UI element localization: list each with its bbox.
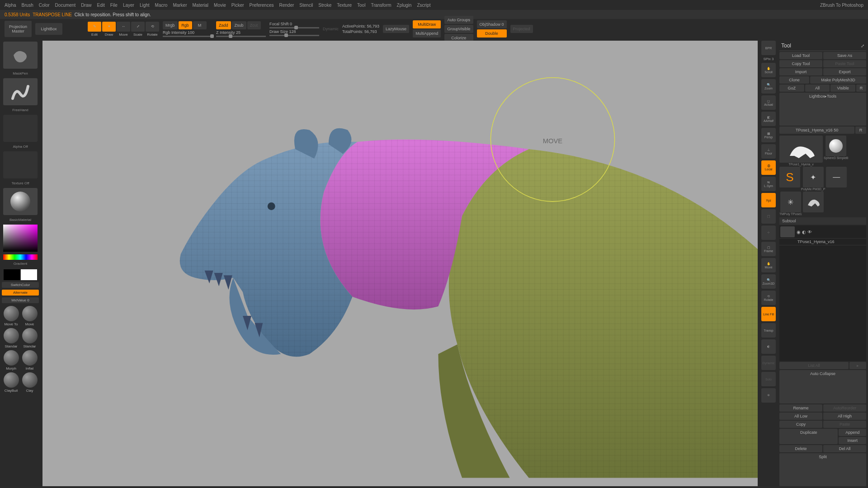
solo-button[interactable]: Solo xyxy=(761,372,776,386)
draw-size-slider[interactable] xyxy=(269,35,319,36)
lazymouse-button[interactable]: LazyMouse xyxy=(383,25,409,33)
paste-subtool-button[interactable]: Paste xyxy=(823,421,866,428)
copy-tool-button[interactable]: Copy Tool xyxy=(779,60,822,67)
goz-r-button[interactable]: R xyxy=(856,84,866,92)
alternate-button[interactable]: Alternate xyxy=(2,290,39,296)
texture-preview[interactable] xyxy=(3,151,38,178)
tool-thumb-tpose1[interactable] xyxy=(803,192,824,212)
mrgb-button[interactable]: Mrgb xyxy=(163,21,178,29)
ghost-icon[interactable]: ◐ xyxy=(761,339,776,354)
lightbox-button[interactable]: LightBox xyxy=(35,23,62,35)
edit-button[interactable]: ✎ xyxy=(88,22,101,32)
persp-button[interactable]: ▦Persp xyxy=(761,128,776,142)
brush-clay[interactable] xyxy=(22,372,38,388)
menu-preferences[interactable]: Preferences xyxy=(250,3,274,8)
rotate-button[interactable]: ⟲ xyxy=(146,22,159,32)
multidraw-button[interactable]: MultiDraw xyxy=(413,20,441,28)
xpose-icon[interactable]: ⁜ xyxy=(761,388,776,403)
goz-all-button[interactable]: All xyxy=(805,84,830,92)
listall-arrow[interactable]: ▸ xyxy=(849,362,866,369)
menu-document[interactable]: Document xyxy=(55,3,76,8)
frame-button[interactable]: ▢Frame xyxy=(761,242,776,256)
menu-file[interactable]: File xyxy=(110,3,118,8)
zadd-button[interactable]: Zadd xyxy=(216,21,231,29)
menu-light[interactable]: Light xyxy=(140,3,150,8)
material-preview[interactable] xyxy=(3,188,38,215)
color-picker[interactable] xyxy=(3,225,38,252)
allhigh-button[interactable]: All High xyxy=(823,413,866,420)
floor-button[interactable]: ⊥Floor xyxy=(761,144,776,159)
split-button[interactable]: Split xyxy=(779,453,866,486)
menu-draw[interactable]: Draw xyxy=(81,3,91,8)
scale-button[interactable]: ⤢ xyxy=(131,22,145,32)
menu-stroke[interactable]: Stroke xyxy=(318,3,331,8)
zcut-button[interactable]: Zcut xyxy=(247,21,261,29)
multiappend-button[interactable]: MultiAppend xyxy=(413,29,441,38)
zsub-button[interactable]: Zsub xyxy=(232,21,246,29)
make-polymesh-button[interactable]: Make PolyMesh3D xyxy=(810,76,866,84)
tool-thumb-simplebrush[interactable]: S xyxy=(779,167,800,188)
draw-button[interactable]: ✦ xyxy=(102,22,116,32)
delete-button[interactable]: Delete xyxy=(779,445,822,452)
menu-render[interactable]: Render xyxy=(279,3,294,8)
paste-tool-button[interactable]: Paste Tool xyxy=(823,60,866,67)
brush-standard2[interactable] xyxy=(22,328,38,343)
brush-inflat[interactable] xyxy=(22,350,38,366)
polyf-icon[interactable]: ⬚ xyxy=(761,209,776,224)
menu-layer[interactable]: Layer xyxy=(123,3,134,8)
actual-button[interactable]: ◻Actual xyxy=(761,95,776,110)
tool-thumb-pm3d[interactable]: — xyxy=(826,167,847,188)
brush-morph[interactable] xyxy=(4,350,19,366)
viewport-canvas[interactable]: MOVE xyxy=(42,41,758,486)
duplicate-button[interactable]: Duplicate xyxy=(779,429,838,444)
double-button[interactable]: Double xyxy=(477,29,507,38)
insert-button[interactable]: Insert xyxy=(839,437,866,444)
brush-move-to[interactable] xyxy=(4,306,19,321)
local-button[interactable]: ⦿Local xyxy=(761,160,776,175)
projected-button[interactable]: Projected xyxy=(510,25,533,33)
append-button[interactable]: Append xyxy=(839,429,866,436)
tool-thumb-sphere[interactable] xyxy=(826,136,846,156)
bpr-button[interactable]: BPR xyxy=(761,41,776,55)
brush-preview-maskpen[interactable] xyxy=(3,42,38,69)
undock-icon[interactable]: ⤢ xyxy=(861,43,864,48)
menu-picker[interactable]: Picker xyxy=(231,3,244,8)
goz-visible-button[interactable]: Visible xyxy=(830,84,855,92)
menu-color[interactable]: Color xyxy=(39,3,50,8)
menu-brush[interactable]: Brush xyxy=(22,3,33,8)
menu-material[interactable]: Material xyxy=(193,3,209,8)
move-button[interactable]: ↔ xyxy=(117,22,130,32)
rgb-intensity-slider[interactable] xyxy=(163,36,212,37)
brush-claybuil[interactable] xyxy=(4,372,19,388)
switchcolor-button[interactable]: SwitchColor xyxy=(2,282,39,288)
clone-button[interactable]: Clone xyxy=(779,76,809,84)
rgb-button[interactable]: Rgb xyxy=(179,21,192,29)
gradient-label[interactable]: Gradient xyxy=(2,262,39,266)
pointf-icon[interactable]: ⁘ xyxy=(761,225,776,240)
lsym-button[interactable]: ⇋L.Sym xyxy=(761,177,776,191)
goz-button[interactable]: GoZ xyxy=(779,84,804,92)
alllow-button[interactable]: All Low xyxy=(779,413,822,420)
rename-button[interactable]: Rename xyxy=(779,404,822,412)
menu-marker[interactable]: Marker xyxy=(173,3,187,8)
save-as-button[interactable]: Save As xyxy=(823,52,866,59)
tool-thumb-active[interactable] xyxy=(779,136,823,163)
m-button[interactable]: M xyxy=(193,21,207,29)
brush-standard1[interactable] xyxy=(4,328,19,343)
dynamic-button[interactable]: Dynamic xyxy=(761,356,776,370)
menu-transform[interactable]: Transform xyxy=(371,3,391,8)
lightbox-tools-button[interactable]: Lightbox▸Tools xyxy=(779,93,866,126)
stroke-preview-freehand[interactable] xyxy=(3,78,38,105)
listall-button[interactable]: List All xyxy=(779,362,849,369)
menu-stencil[interactable]: Stencil xyxy=(299,3,313,8)
zoom3d-button[interactable]: 🔍Zoom3D xyxy=(761,274,776,289)
groupvisible-button[interactable]: GroupVisible xyxy=(444,25,473,33)
autogroups-button[interactable]: Auto Groups xyxy=(444,16,473,24)
subtool-row[interactable]: ◉ ◐ 👁 xyxy=(779,225,866,239)
menu-movie[interactable]: Movie xyxy=(214,3,226,8)
autoreorder-button[interactable]: AutoReorder xyxy=(823,404,866,412)
autocollapse-button[interactable]: Auto Collapse xyxy=(779,370,866,403)
menu-edit[interactable]: Edit xyxy=(97,3,105,8)
menu-alpha[interactable]: Alpha xyxy=(5,3,16,8)
swatch-black[interactable] xyxy=(4,269,20,280)
